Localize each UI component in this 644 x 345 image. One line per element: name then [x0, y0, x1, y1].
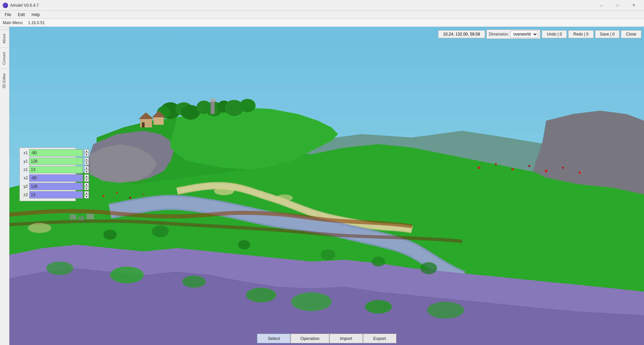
svg-point-31 — [365, 300, 392, 313]
dimension-wrapper: Dimension: overworld nether the_end — [486, 30, 540, 39]
svg-point-30 — [291, 292, 331, 311]
close-window-button[interactable]: ✕ — [626, 0, 641, 11]
svg-rect-54 — [78, 216, 84, 220]
terrain-view — [9, 27, 644, 345]
svg-point-48 — [372, 256, 385, 267]
redo-button[interactable]: Redo | 0 — [568, 30, 593, 38]
svg-point-41 — [545, 170, 547, 172]
svg-rect-23 — [210, 99, 216, 102]
y2-label: y2 — [21, 184, 28, 189]
y1-up[interactable]: ▲ — [84, 158, 89, 161]
svg-point-36 — [143, 194, 144, 195]
top-toolbar: 10.24, 132.00, 59.58 Dimension: overworl… — [438, 30, 641, 39]
version-label: 1.16.0.51 — [28, 20, 45, 25]
z2-up[interactable]: ▲ — [84, 191, 89, 195]
z2-row: z2 ▲ ▼ — [21, 191, 74, 198]
svg-point-45 — [152, 225, 169, 237]
x1-up[interactable]: ▲ — [84, 149, 89, 153]
app-icon — [3, 3, 8, 8]
z1-row: z1 ▲ ▼ — [21, 166, 74, 173]
y1-down[interactable]: ▼ — [84, 161, 89, 165]
svg-point-26 — [46, 262, 73, 275]
svg-point-40 — [528, 165, 530, 167]
svg-rect-53 — [70, 215, 76, 220]
x2-input[interactable] — [29, 174, 83, 182]
sidebar-tab-about[interactable]: About — [0, 30, 9, 48]
x1-down[interactable]: ▼ — [84, 153, 89, 157]
save-button[interactable]: Save | 0 — [595, 30, 620, 38]
svg-point-33 — [102, 195, 104, 197]
svg-point-27 — [110, 267, 144, 283]
svg-point-34 — [116, 192, 118, 194]
coord-display: 10.24, 132.00, 59.58 — [438, 30, 485, 38]
z1-label: z1 — [21, 167, 28, 172]
title-bar-controls: — □ ✕ — [594, 0, 641, 11]
svg-point-38 — [495, 163, 497, 165]
svg-point-47 — [321, 249, 335, 260]
svg-point-43 — [579, 172, 581, 174]
menu-help[interactable]: Help — [28, 12, 43, 18]
z1-input[interactable] — [29, 166, 83, 173]
y1-spinner: ▲ ▼ — [84, 158, 89, 165]
sub-header: Main Menu 1.16.0.51 — [0, 19, 644, 27]
viewport[interactable]: 10.24, 132.00, 59.58 Dimension: overworl… — [9, 27, 644, 345]
app-title: Amulet V0.6.4.7 — [10, 3, 39, 8]
svg-point-32 — [427, 302, 464, 319]
svg-point-39 — [512, 168, 514, 171]
svg-rect-20 — [154, 117, 164, 125]
main-menu-label: Main Menu — [3, 20, 22, 25]
minimize-button[interactable]: — — [594, 0, 609, 11]
z1-spinner: ▲ ▼ — [84, 166, 89, 173]
z1-down[interactable]: ▼ — [84, 170, 89, 173]
bottom-toolbar: Select Operation Import Export — [9, 332, 644, 345]
undo-button[interactable]: Undo | 0 — [542, 30, 567, 38]
svg-rect-22 — [211, 101, 215, 114]
y2-input[interactable] — [29, 183, 83, 190]
menu-edit[interactable]: Edit — [14, 12, 28, 18]
side-tabs: About Convert 3D Editor — [0, 27, 9, 345]
svg-point-44 — [103, 230, 117, 240]
y2-spinner: ▲ ▼ — [84, 183, 89, 190]
svg-rect-55 — [87, 214, 94, 219]
svg-point-16 — [239, 99, 256, 112]
dimension-select[interactable]: overworld nether the_end — [510, 31, 538, 38]
dimension-label: Dimension: — [489, 32, 509, 37]
svg-point-29 — [246, 288, 276, 302]
menu-file[interactable]: File — [1, 12, 14, 18]
menu-bar: File Edit Help — [0, 11, 644, 19]
import-button[interactable]: Import — [329, 334, 363, 343]
operation-button[interactable]: Operation — [290, 334, 329, 343]
sidebar-tab-convert[interactable]: Convert — [0, 48, 9, 69]
y1-input[interactable] — [29, 158, 83, 165]
close-editor-button[interactable]: Close — [621, 30, 641, 38]
select-button[interactable]: Select — [257, 334, 290, 343]
x2-down[interactable]: ▼ — [84, 178, 89, 182]
title-bar-left: Amulet V0.6.4.7 — [3, 3, 39, 8]
x2-up[interactable]: ▲ — [84, 174, 89, 178]
export-button[interactable]: Export — [363, 334, 396, 343]
svg-rect-19 — [142, 122, 145, 127]
y2-up[interactable]: ▲ — [84, 183, 89, 186]
svg-point-51 — [276, 194, 293, 201]
x1-input[interactable] — [29, 149, 83, 157]
x2-label: x2 — [21, 176, 28, 180]
main-layout: About Convert 3D Editor — [0, 27, 644, 345]
x2-row: x2 ▲ ▼ — [21, 174, 74, 182]
title-bar: Amulet V0.6.4.7 — □ ✕ — [0, 0, 644, 11]
z2-label: z2 — [21, 192, 28, 197]
z2-down[interactable]: ▼ — [84, 195, 89, 198]
y2-down[interactable]: ▼ — [84, 186, 89, 190]
z2-input[interactable] — [29, 191, 83, 198]
x1-row: x1 ▲ ▼ — [21, 149, 74, 157]
svg-point-46 — [238, 240, 250, 249]
svg-point-42 — [562, 167, 564, 169]
y2-row: y2 ▲ ▼ — [21, 183, 74, 190]
z1-up[interactable]: ▲ — [84, 166, 89, 170]
svg-point-52 — [28, 223, 51, 233]
x1-label: x1 — [21, 151, 28, 155]
svg-point-28 — [182, 276, 206, 288]
sidebar-tab-3deditor[interactable]: 3D Editor — [0, 69, 9, 93]
svg-point-49 — [420, 262, 437, 274]
svg-point-50 — [214, 187, 234, 195]
maximize-button[interactable]: □ — [610, 0, 625, 11]
